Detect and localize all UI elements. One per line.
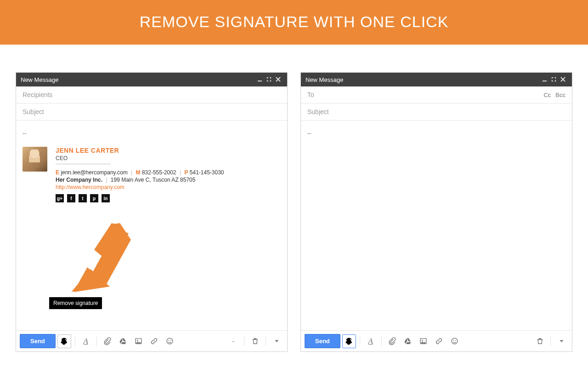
- image-icon[interactable]: [417, 334, 430, 348]
- remove-signature-tooltip: Remove signature: [49, 297, 102, 309]
- formatting-button[interactable]: A: [79, 334, 93, 348]
- mobile-label: M: [136, 169, 141, 176]
- facebook-icon[interactable]: f: [67, 194, 75, 202]
- signature-separator: --: [307, 130, 565, 137]
- minus-icon[interactable]: -: [226, 334, 240, 348]
- signature-address-line: Her Company Inc. | 199 Main Ave C, Tusco…: [56, 177, 224, 183]
- bcc-link[interactable]: Bcc: [555, 92, 565, 98]
- send-button[interactable]: Send: [20, 334, 56, 348]
- email-label: E: [56, 169, 59, 176]
- composer-left: New Message Recipients Subject -- JENN L…: [16, 72, 288, 352]
- svg-marker-1: [71, 269, 103, 292]
- to-placeholder: To: [307, 91, 314, 98]
- toolbar-divider: [550, 336, 551, 346]
- svg-point-6: [167, 338, 173, 344]
- formatting-button[interactable]: A: [364, 334, 378, 348]
- toolbar-divider: [96, 336, 97, 346]
- attach-icon[interactable]: [385, 334, 399, 348]
- svg-marker-2: [92, 228, 131, 285]
- link-icon[interactable]: [147, 334, 161, 348]
- signature-company: Her Company Inc.: [56, 177, 102, 183]
- signature-mobile: 832-555-2002: [142, 169, 176, 176]
- window-titlebar: New Message: [16, 73, 287, 86]
- more-options-icon[interactable]: [554, 334, 568, 348]
- toolbar-divider: [266, 336, 266, 346]
- close-icon[interactable]: [558, 76, 567, 83]
- callout-arrow-icon: [62, 223, 131, 303]
- signature-info: JENN LEE CARTER CEO E jenn.lee@hercompan…: [56, 147, 224, 202]
- svg-point-8: [170, 340, 171, 341]
- svg-point-14: [455, 340, 456, 341]
- subject-field[interactable]: Subject: [301, 104, 572, 121]
- cc-link[interactable]: Cc: [543, 92, 551, 98]
- svg-rect-0: [257, 80, 261, 81]
- signature-avatar: [23, 147, 47, 172]
- compose-toolbar: Send A -: [16, 330, 287, 351]
- compose-toolbar: Send A: [301, 330, 572, 351]
- banner-title: REMOVE SIGNATURE WITH ONE CLICK: [140, 13, 449, 30]
- minimize-icon[interactable]: [255, 76, 264, 83]
- minimize-icon[interactable]: [540, 76, 549, 83]
- attach-icon[interactable]: [101, 334, 114, 348]
- toolbar-divider: [381, 336, 382, 346]
- subject-placeholder: Subject: [307, 108, 329, 115]
- drive-icon[interactable]: [116, 334, 130, 348]
- signature-name: JENN LEE CARTER: [56, 147, 224, 154]
- pinterest-icon[interactable]: p: [90, 194, 98, 202]
- drive-icon[interactable]: [401, 334, 415, 348]
- composer-right: New Message To Cc Bcc Subject -- Send: [300, 72, 572, 352]
- recipients-field[interactable]: Recipients: [16, 86, 287, 104]
- subject-placeholder: Subject: [23, 108, 44, 115]
- send-button[interactable]: Send: [305, 334, 340, 348]
- trash-icon[interactable]: [248, 334, 262, 348]
- signature-socials: g+ f t p in: [56, 194, 224, 202]
- close-icon[interactable]: [273, 76, 283, 83]
- svg-point-11: [422, 340, 423, 341]
- page-banner: REMOVE SIGNATURE WITH ONE CLICK: [0, 0, 588, 45]
- expand-icon[interactable]: [264, 76, 273, 83]
- twitter-icon[interactable]: t: [79, 194, 87, 202]
- link-icon[interactable]: [432, 334, 446, 348]
- signature-title: CEO: [56, 155, 224, 161]
- window-title: New Message: [21, 76, 255, 83]
- image-icon[interactable]: [132, 334, 146, 348]
- signature-block: JENN LEE CARTER CEO E jenn.lee@hercompan…: [23, 147, 281, 202]
- svg-point-7: [169, 340, 170, 341]
- signature-address: 199 Main Ave C, Tuscon AZ 85705: [111, 177, 196, 183]
- more-options-icon[interactable]: [270, 334, 283, 348]
- emoji-icon[interactable]: [163, 334, 177, 348]
- toolbar-divider: [360, 336, 360, 346]
- expand-icon[interactable]: [549, 76, 558, 83]
- window-title: New Message: [305, 76, 540, 83]
- svg-marker-3: [113, 223, 131, 240]
- emoji-icon[interactable]: [448, 334, 462, 348]
- remove-signature-button[interactable]: [57, 334, 71, 348]
- recipients-placeholder: Recipients: [23, 91, 52, 98]
- window-titlebar: New Message: [301, 73, 572, 86]
- gplus-icon[interactable]: g+: [56, 194, 64, 202]
- compose-body[interactable]: -- JENN LEE CARTER CEO E jenn.lee@hercom…: [16, 121, 287, 330]
- signature-separator: --: [23, 130, 281, 137]
- phone-label: P: [184, 169, 188, 176]
- signature-url[interactable]: http://www.hercompany.com: [56, 184, 224, 190]
- svg-point-5: [137, 340, 138, 341]
- signature-contact-line: E jenn.lee@hercompany.com | M 832-555-20…: [56, 169, 224, 176]
- svg-point-13: [453, 340, 454, 341]
- subject-field[interactable]: Subject: [16, 104, 287, 121]
- toolbar-divider: [75, 336, 75, 346]
- compose-body[interactable]: --: [301, 121, 572, 330]
- svg-point-12: [452, 338, 458, 344]
- signature-divider: [56, 163, 111, 165]
- svg-rect-9: [542, 80, 546, 81]
- signature-email: jenn.lee@hercompany.com: [61, 169, 127, 176]
- trash-icon[interactable]: [533, 334, 547, 348]
- remove-signature-button[interactable]: [342, 334, 356, 348]
- toolbar-divider: [244, 336, 244, 346]
- to-field[interactable]: To Cc Bcc: [301, 86, 572, 104]
- linkedin-icon[interactable]: in: [102, 194, 110, 202]
- stage: New Message Recipients Subject -- JENN L…: [0, 45, 588, 352]
- signature-phone: 541-145-3030: [190, 169, 224, 176]
